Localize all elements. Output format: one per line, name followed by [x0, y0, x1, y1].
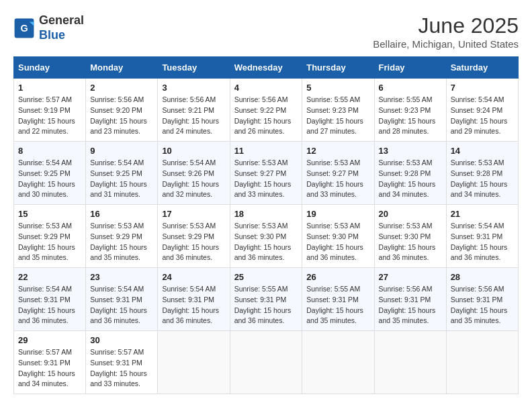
- calendar-week-row: 1 Sunrise: 5:57 AMSunset: 9:19 PMDayligh…: [14, 79, 519, 142]
- table-row: [158, 331, 230, 394]
- col-friday: Friday: [374, 57, 446, 79]
- table-row: 15 Sunrise: 5:53 AMSunset: 9:29 PMDaylig…: [14, 205, 86, 268]
- day-number: 17: [162, 209, 225, 219]
- day-info: Sunrise: 5:55 AMSunset: 9:23 PMDaylight:…: [379, 95, 442, 137]
- table-row: 4 Sunrise: 5:56 AMSunset: 9:22 PMDayligh…: [230, 79, 302, 142]
- table-row: 27 Sunrise: 5:56 AMSunset: 9:31 PMDaylig…: [374, 268, 446, 331]
- day-info: Sunrise: 5:57 AMSunset: 9:31 PMDaylight:…: [90, 347, 153, 390]
- calendar-week-row: 29 Sunrise: 5:57 AMSunset: 9:31 PMDaylig…: [14, 331, 519, 394]
- day-info: Sunrise: 5:53 AMSunset: 9:28 PMDaylight:…: [451, 158, 514, 200]
- day-number: 23: [90, 272, 153, 282]
- table-row: 10 Sunrise: 5:54 AMSunset: 9:26 PMDaylig…: [158, 142, 230, 205]
- day-info: Sunrise: 5:53 AMSunset: 9:29 PMDaylight:…: [90, 221, 153, 263]
- table-row: [374, 331, 446, 394]
- day-number: 20: [379, 209, 442, 219]
- day-number: 2: [90, 83, 153, 93]
- calendar-table: Sunday Monday Tuesday Wednesday Thursday…: [13, 56, 519, 394]
- day-info: Sunrise: 5:55 AMSunset: 9:23 PMDaylight:…: [306, 95, 369, 137]
- day-info: Sunrise: 5:56 AMSunset: 9:22 PMDaylight:…: [234, 95, 298, 137]
- col-saturday: Saturday: [446, 57, 518, 79]
- table-row: 18 Sunrise: 5:53 AMSunset: 9:30 PMDaylig…: [230, 205, 302, 268]
- day-number: 14: [451, 146, 514, 156]
- calendar-week-row: 8 Sunrise: 5:54 AMSunset: 9:25 PMDayligh…: [14, 142, 519, 205]
- table-row: 14 Sunrise: 5:53 AMSunset: 9:28 PMDaylig…: [446, 142, 518, 205]
- day-number: 8: [18, 146, 81, 156]
- day-number: 18: [234, 209, 298, 219]
- calendar-subtitle: Bellaire, Michigan, United States: [373, 38, 519, 50]
- table-row: 13 Sunrise: 5:53 AMSunset: 9:28 PMDaylig…: [374, 142, 446, 205]
- day-info: Sunrise: 5:54 AMSunset: 9:31 PMDaylight:…: [90, 284, 153, 326]
- day-number: 27: [379, 272, 442, 282]
- table-row: 8 Sunrise: 5:54 AMSunset: 9:25 PMDayligh…: [14, 142, 86, 205]
- table-row: 24 Sunrise: 5:54 AMSunset: 9:31 PMDaylig…: [158, 268, 230, 331]
- day-info: Sunrise: 5:56 AMSunset: 9:31 PMDaylight:…: [451, 284, 514, 326]
- calendar-title: June 2025: [373, 13, 519, 38]
- day-number: 12: [306, 146, 369, 156]
- table-row: 17 Sunrise: 5:53 AMSunset: 9:29 PMDaylig…: [158, 205, 230, 268]
- calendar-header-row: Sunday Monday Tuesday Wednesday Thursday…: [14, 57, 519, 79]
- calendar-week-row: 22 Sunrise: 5:54 AMSunset: 9:31 PMDaylig…: [14, 268, 519, 331]
- day-info: Sunrise: 5:55 AMSunset: 9:31 PMDaylight:…: [306, 284, 369, 326]
- day-number: 10: [162, 146, 225, 156]
- day-number: 30: [90, 335, 153, 345]
- day-info: Sunrise: 5:57 AMSunset: 9:31 PMDaylight:…: [18, 347, 81, 390]
- day-info: Sunrise: 5:56 AMSunset: 9:20 PMDaylight:…: [90, 95, 153, 137]
- day-number: 16: [90, 209, 153, 219]
- table-row: 28 Sunrise: 5:56 AMSunset: 9:31 PMDaylig…: [446, 268, 518, 331]
- day-number: 19: [306, 209, 369, 219]
- day-number: 11: [234, 146, 298, 156]
- day-number: 21: [451, 209, 514, 219]
- table-row: 22 Sunrise: 5:54 AMSunset: 9:31 PMDaylig…: [14, 268, 86, 331]
- logo-text: General Blue: [39, 13, 84, 42]
- day-number: 24: [162, 272, 225, 282]
- day-info: Sunrise: 5:54 AMSunset: 9:31 PMDaylight:…: [162, 284, 225, 326]
- day-number: 28: [451, 272, 514, 282]
- title-area: June 2025 Bellaire, Michigan, United Sta…: [373, 13, 519, 50]
- table-row: 26 Sunrise: 5:55 AMSunset: 9:31 PMDaylig…: [302, 268, 374, 331]
- day-number: 15: [18, 209, 81, 219]
- day-info: Sunrise: 5:53 AMSunset: 9:29 PMDaylight:…: [162, 221, 225, 263]
- day-info: Sunrise: 5:54 AMSunset: 9:24 PMDaylight:…: [451, 95, 514, 137]
- table-row: 12 Sunrise: 5:53 AMSunset: 9:27 PMDaylig…: [302, 142, 374, 205]
- table-row: [446, 331, 518, 394]
- table-row: [230, 331, 302, 394]
- col-thursday: Thursday: [302, 57, 374, 79]
- table-row: [302, 331, 374, 394]
- day-number: 6: [379, 83, 442, 93]
- day-info: Sunrise: 5:54 AMSunset: 9:26 PMDaylight:…: [162, 158, 225, 200]
- day-number: 25: [234, 272, 298, 282]
- table-row: 2 Sunrise: 5:56 AMSunset: 9:20 PMDayligh…: [86, 79, 158, 142]
- table-row: 21 Sunrise: 5:54 AMSunset: 9:31 PMDaylig…: [446, 205, 518, 268]
- table-row: 23 Sunrise: 5:54 AMSunset: 9:31 PMDaylig…: [86, 268, 158, 331]
- day-number: 7: [451, 83, 514, 93]
- day-info: Sunrise: 5:53 AMSunset: 9:30 PMDaylight:…: [306, 221, 369, 263]
- col-wednesday: Wednesday: [230, 57, 302, 79]
- day-number: 1: [18, 83, 81, 93]
- table-row: 16 Sunrise: 5:53 AMSunset: 9:29 PMDaylig…: [86, 205, 158, 268]
- day-number: 26: [306, 272, 369, 282]
- day-info: Sunrise: 5:54 AMSunset: 9:25 PMDaylight:…: [90, 158, 153, 200]
- day-number: 9: [90, 146, 153, 156]
- day-number: 4: [234, 83, 298, 93]
- svg-text:G: G: [20, 22, 28, 33]
- col-tuesday: Tuesday: [158, 57, 230, 79]
- day-number: 5: [306, 83, 369, 93]
- day-info: Sunrise: 5:53 AMSunset: 9:30 PMDaylight:…: [234, 221, 298, 263]
- day-info: Sunrise: 5:55 AMSunset: 9:31 PMDaylight:…: [234, 284, 298, 326]
- calendar-week-row: 15 Sunrise: 5:53 AMSunset: 9:29 PMDaylig…: [14, 205, 519, 268]
- table-row: 29 Sunrise: 5:57 AMSunset: 9:31 PMDaylig…: [14, 331, 86, 394]
- table-row: 6 Sunrise: 5:55 AMSunset: 9:23 PMDayligh…: [374, 79, 446, 142]
- logo: G General Blue: [13, 13, 84, 42]
- day-info: Sunrise: 5:54 AMSunset: 9:31 PMDaylight:…: [18, 284, 81, 326]
- day-info: Sunrise: 5:57 AMSunset: 9:19 PMDaylight:…: [18, 95, 81, 137]
- day-info: Sunrise: 5:56 AMSunset: 9:21 PMDaylight:…: [162, 95, 225, 137]
- day-info: Sunrise: 5:54 AMSunset: 9:25 PMDaylight:…: [18, 158, 81, 200]
- day-number: 13: [379, 146, 442, 156]
- table-row: 19 Sunrise: 5:53 AMSunset: 9:30 PMDaylig…: [302, 205, 374, 268]
- table-row: 3 Sunrise: 5:56 AMSunset: 9:21 PMDayligh…: [158, 79, 230, 142]
- day-info: Sunrise: 5:54 AMSunset: 9:31 PMDaylight:…: [451, 221, 514, 263]
- table-row: 11 Sunrise: 5:53 AMSunset: 9:27 PMDaylig…: [230, 142, 302, 205]
- day-number: 22: [18, 272, 81, 282]
- page-header: G General Blue June 2025 Bellaire, Michi…: [13, 13, 519, 50]
- day-info: Sunrise: 5:53 AMSunset: 9:27 PMDaylight:…: [306, 158, 369, 200]
